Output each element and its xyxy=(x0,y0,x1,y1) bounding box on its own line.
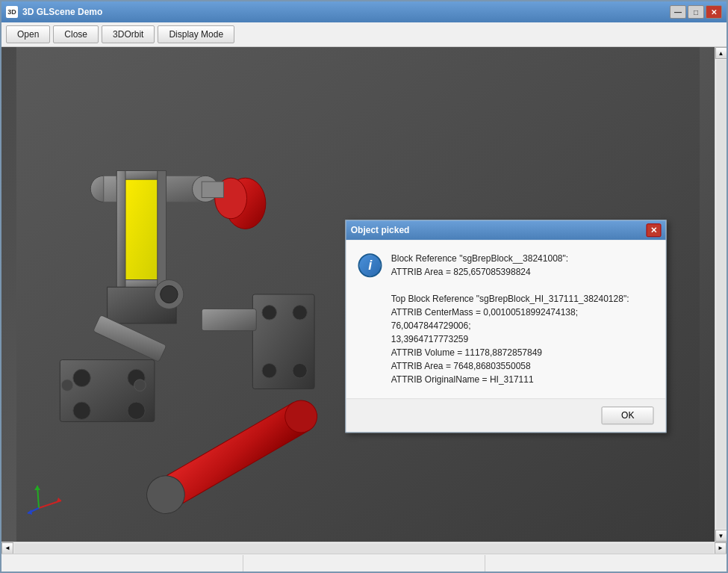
title-bar: 3D 3D GLScene Demo — □ ✕ xyxy=(1,1,727,22)
status-panel xyxy=(1,555,727,572)
main-area: Object picked ✕ i Block Reference "sgBre… xyxy=(1,47,727,542)
open-button[interactable]: Open xyxy=(6,25,50,43)
svg-point-21 xyxy=(293,306,307,320)
status-section-2 xyxy=(243,555,485,572)
window-close-button[interactable]: ✕ xyxy=(706,5,722,19)
dialog-message: Block Reference "sgBrepBlock__38241008":… xyxy=(391,252,654,386)
scrollbar-track-vertical[interactable] xyxy=(716,60,727,529)
scrollbar-right: ▲ ▼ xyxy=(715,47,727,542)
svg-point-20 xyxy=(262,306,276,320)
scroll-left-button[interactable]: ◄ xyxy=(1,542,13,554)
svg-point-30 xyxy=(161,285,178,303)
scroll-up-button[interactable]: ▲ xyxy=(715,47,727,59)
scrollbar-bottom: ◄ ► xyxy=(1,542,727,554)
display-mode-button[interactable]: Display Mode xyxy=(158,25,234,43)
svg-point-31 xyxy=(61,380,73,391)
svg-rect-28 xyxy=(202,309,256,330)
svg-rect-6 xyxy=(202,182,223,197)
3dorbit-button[interactable]: 3DOrbit xyxy=(102,25,155,43)
svg-point-15 xyxy=(73,369,90,386)
scrollbar-track-horizontal[interactable] xyxy=(14,543,714,554)
scroll-right-button[interactable]: ► xyxy=(715,542,727,554)
ok-button[interactable]: OK xyxy=(602,406,654,424)
dialog-close-button[interactable]: ✕ xyxy=(647,223,662,237)
object-picked-dialog[interactable]: Object picked ✕ i Block Reference "sgBre… xyxy=(346,220,667,433)
dialog-footer: OK xyxy=(346,398,666,432)
toolbar: Open Close 3DOrbit Display Mode xyxy=(1,22,727,47)
minimize-button[interactable]: — xyxy=(670,5,686,19)
svg-point-18 xyxy=(128,402,145,419)
status-section-1 xyxy=(1,555,243,572)
scroll-down-button[interactable]: ▼ xyxy=(715,530,727,542)
svg-rect-10 xyxy=(116,171,125,288)
info-icon: i xyxy=(358,253,382,277)
title-buttons: — □ ✕ xyxy=(670,5,722,19)
dialog-content: i Block Reference "sgBrepBlock__38241008… xyxy=(346,240,666,398)
status-section-3 xyxy=(485,555,727,572)
viewport[interactable]: Object picked ✕ i Block Reference "sgBre… xyxy=(1,47,715,542)
close-button[interactable]: Close xyxy=(53,25,99,43)
svg-point-23 xyxy=(293,363,307,377)
status-bar xyxy=(1,554,727,572)
dialog-title: Object picked xyxy=(351,225,647,235)
svg-rect-11 xyxy=(158,171,167,288)
main-window: 3D 3D GLScene Demo — □ ✕ Open Close 3DOr… xyxy=(0,0,728,573)
window-title: 3D GLScene Demo xyxy=(22,7,670,17)
svg-point-32 xyxy=(134,380,146,391)
svg-point-17 xyxy=(73,402,90,419)
svg-rect-7 xyxy=(122,174,162,287)
app-icon: 3D xyxy=(6,6,18,18)
dialog-title-bar: Object picked ✕ xyxy=(346,220,666,240)
svg-point-22 xyxy=(262,363,276,377)
maximize-button[interactable]: □ xyxy=(688,5,704,19)
